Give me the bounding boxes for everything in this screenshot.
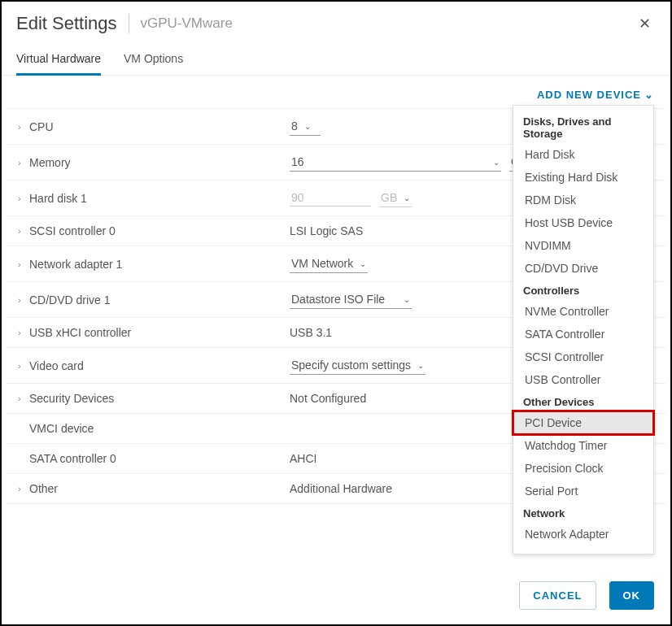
- video-value: Specify custom settings: [291, 359, 411, 372]
- row-label: CPU: [29, 120, 290, 133]
- add-new-device-label: ADD NEW DEVICE: [537, 89, 641, 101]
- menu-item-rdm-disk[interactable]: RDM Disk: [513, 189, 653, 211]
- row-label: Network adapter 1: [29, 258, 290, 271]
- row-label: Security Devices: [29, 392, 290, 405]
- chevron-down-icon: ⌄: [404, 295, 410, 304]
- memory-select[interactable]: 16 ⌄: [290, 153, 501, 172]
- memory-value: 16: [291, 155, 304, 168]
- dialog-header: Edit Settings vGPU-VMware ✕: [2, 2, 670, 41]
- tab-virtual-hardware[interactable]: Virtual Hardware: [16, 47, 101, 76]
- hard-disk-unit-select[interactable]: GB ⌄: [379, 189, 412, 207]
- network-value: VM Network: [291, 257, 353, 270]
- chevron-right-icon: ›: [18, 158, 29, 167]
- row-label: Other: [29, 482, 290, 495]
- cddvd-value: Datastore ISO File: [291, 293, 385, 306]
- chevron-down-icon: ⌄: [360, 259, 366, 268]
- add-new-device-button[interactable]: ADD NEW DEVICE ⌄: [537, 89, 654, 101]
- menu-item-precision-clock[interactable]: Precision Clock: [513, 457, 653, 480]
- dialog-title: Edit Settings: [16, 13, 117, 34]
- add-device-menu: Disks, Drives and Storage Hard Disk Exis…: [513, 105, 654, 554]
- network-select[interactable]: VM Network ⌄: [290, 254, 368, 273]
- chevron-right-icon: ›: [18, 122, 29, 132]
- vm-name: vGPU-VMware: [141, 15, 233, 32]
- menu-item-existing-hard-disk[interactable]: Existing Hard Disk: [513, 166, 653, 189]
- row-label: Memory: [29, 156, 290, 169]
- menu-item-scsi-controller[interactable]: SCSI Controller: [513, 346, 653, 368]
- content-area: ADD NEW DEVICE ⌄ › CPU 8 ⌄ › Memory: [2, 76, 670, 504]
- menu-item-usb-controller[interactable]: USB Controller: [513, 368, 653, 391]
- close-icon[interactable]: ✕: [634, 11, 656, 36]
- chevron-down-icon: ⌄: [404, 193, 410, 202]
- menu-item-sata-controller[interactable]: SATA Controller: [513, 323, 653, 346]
- chevron-right-icon: ›: [18, 295, 29, 305]
- dialog-footer: CANCEL OK: [519, 581, 654, 610]
- chevron-right-icon: ›: [18, 259, 29, 269]
- row-label: Video card: [29, 359, 290, 372]
- chevron-down-icon: ⌄: [493, 158, 500, 167]
- menu-section-other-devices: Other Devices: [513, 391, 653, 411]
- menu-item-cd-dvd-drive[interactable]: CD/DVD Drive: [513, 257, 653, 280]
- chevron-right-icon: ›: [18, 328, 29, 337]
- chevron-right-icon: ›: [18, 226, 29, 236]
- row-label: SATA controller 0: [29, 452, 290, 465]
- title-divider: [129, 14, 129, 33]
- row-label: Hard disk 1: [29, 192, 290, 205]
- menu-item-serial-port[interactable]: Serial Port: [513, 480, 653, 502]
- tab-vm-options[interactable]: VM Options: [124, 47, 183, 75]
- tab-bar: Virtual Hardware VM Options: [2, 41, 670, 76]
- video-select[interactable]: Specify custom settings ⌄: [290, 356, 425, 375]
- disk-unit: GB: [381, 191, 397, 204]
- row-label: SCSI controller 0: [29, 224, 290, 237]
- menu-item-hard-disk[interactable]: Hard Disk: [513, 143, 653, 166]
- menu-item-nvdimm[interactable]: NVDIMM: [513, 234, 653, 257]
- hard-disk-size-input[interactable]: [290, 189, 371, 206]
- cancel-button[interactable]: CANCEL: [519, 581, 596, 610]
- chevron-right-icon: ›: [18, 484, 29, 493]
- menu-item-network-adapter[interactable]: Network Adapter: [513, 523, 653, 546]
- edit-settings-dialog: Edit Settings vGPU-VMware ✕ Virtual Hard…: [0, 0, 672, 626]
- chevron-down-icon: ⌄: [304, 122, 311, 131]
- menu-section-disks: Disks, Drives and Storage: [513, 111, 653, 143]
- cddvd-select[interactable]: Datastore ISO File ⌄: [290, 290, 412, 309]
- menu-item-host-usb-device[interactable]: Host USB Device: [513, 211, 653, 234]
- ok-button[interactable]: OK: [609, 581, 655, 610]
- row-label: CD/DVD drive 1: [29, 293, 290, 306]
- chevron-right-icon: ›: [18, 361, 29, 371]
- menu-item-nvme-controller[interactable]: NVMe Controller: [513, 300, 653, 323]
- row-label: USB xHCI controller: [29, 326, 290, 339]
- chevron-right-icon: ›: [18, 193, 29, 203]
- cpu-select[interactable]: 8 ⌄: [290, 117, 321, 136]
- menu-item-pci-device[interactable]: PCI Device: [513, 411, 653, 434]
- cpu-value: 8: [291, 120, 298, 133]
- menu-section-controllers: Controllers: [513, 280, 653, 300]
- chevron-down-icon: ⌄: [417, 361, 424, 370]
- menu-item-watchdog-timer[interactable]: Watchdog Timer: [513, 434, 653, 457]
- menu-section-network: Network: [513, 502, 653, 523]
- chevron-right-icon: ›: [18, 393, 29, 403]
- chevron-down-icon: ⌄: [644, 89, 654, 101]
- row-label: VMCI device: [29, 422, 290, 435]
